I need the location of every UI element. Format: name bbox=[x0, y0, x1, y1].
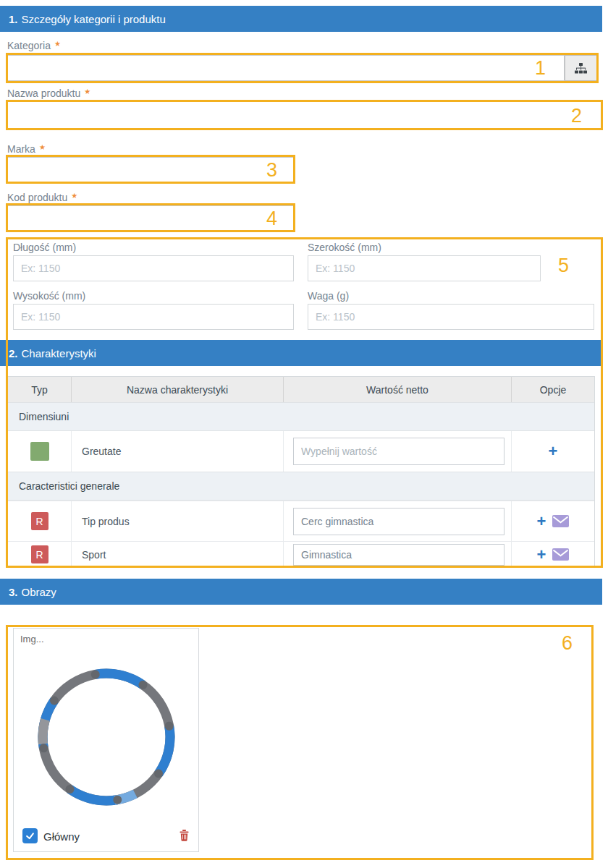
section-title: Obrazy bbox=[22, 586, 56, 598]
section-header-2: 2. Charakterystyki bbox=[0, 340, 602, 366]
add-value-icon[interactable]: + bbox=[537, 514, 546, 529]
main-image-checkbox-label: Główny bbox=[43, 830, 80, 843]
value-cell bbox=[284, 501, 512, 541]
marka-input[interactable] bbox=[7, 157, 294, 182]
check-icon bbox=[25, 830, 35, 841]
type-cell: R bbox=[8, 501, 72, 541]
nazwa-produktu-label: Nazwa produktu★ bbox=[7, 88, 90, 99]
value-cell bbox=[284, 542, 512, 567]
restricted-type-badge: R bbox=[31, 545, 48, 563]
table-header-row: Typ Nazwa charakterystyki Wartość netto … bbox=[8, 377, 594, 402]
category-tree-button[interactable] bbox=[565, 55, 597, 81]
required-star-icon: ★ bbox=[39, 143, 46, 151]
column-header-opcje: Opcje bbox=[512, 377, 594, 402]
characteristic-name: Tip produs bbox=[72, 501, 284, 541]
kod-produktu-input[interactable] bbox=[7, 205, 294, 231]
options-cell: + bbox=[512, 431, 594, 472]
image-card: Img... Główny bbox=[13, 628, 199, 852]
table-row: Greutate + bbox=[8, 431, 594, 472]
kategoria-label: Kategoria★ bbox=[7, 40, 61, 51]
options-cell: + bbox=[512, 542, 594, 567]
envelope-icon[interactable] bbox=[552, 515, 569, 527]
wysokosc-label: Wysokość (mm) bbox=[13, 290, 85, 302]
main-image-checkbox[interactable] bbox=[22, 828, 38, 843]
table-row: R Sport + bbox=[8, 541, 594, 567]
value-cell bbox=[284, 431, 512, 472]
characteristic-name: Greutate bbox=[72, 431, 284, 472]
section-title: Charakterystyki bbox=[22, 347, 96, 359]
required-star-icon: ★ bbox=[54, 40, 61, 48]
kategoria-input[interactable] bbox=[7, 55, 565, 81]
column-header-typ: Typ bbox=[8, 377, 72, 402]
sport-value-input[interactable] bbox=[293, 544, 504, 566]
required-star-icon: ★ bbox=[84, 88, 90, 95]
column-header-wartosc: Wartość netto bbox=[284, 377, 512, 402]
group-row-dimensiuni: Dimensiuni bbox=[8, 402, 594, 431]
envelope-icon[interactable] bbox=[552, 548, 569, 561]
kod-produktu-label: Kod produktu★ bbox=[7, 192, 77, 203]
type-cell bbox=[8, 431, 72, 472]
section-number: 2. bbox=[9, 347, 18, 359]
marka-label: Marka★ bbox=[7, 143, 46, 155]
group-row-caracteristici-generale: Caracteristici generale bbox=[8, 472, 594, 501]
restricted-type-badge: R bbox=[31, 512, 48, 530]
szerokosc-input[interactable] bbox=[308, 255, 541, 281]
section-header-1: 1. Szczegóły kategorii i produktu bbox=[0, 6, 602, 32]
delete-image-button[interactable] bbox=[180, 830, 189, 841]
type-cell: R bbox=[8, 542, 72, 567]
waga-input[interactable] bbox=[308, 304, 594, 330]
options-cell: + bbox=[512, 501, 594, 541]
column-header-nazwa: Nazwa charakterystyki bbox=[72, 377, 284, 402]
image-card-footer: Główny bbox=[14, 822, 198, 851]
annotation-number: 6 bbox=[562, 633, 573, 655]
tip-produs-value-input[interactable] bbox=[293, 508, 504, 535]
filled-type-icon bbox=[30, 442, 49, 461]
wysokosc-input[interactable] bbox=[13, 304, 294, 330]
section-title: Szczegóły kategorii i produktu bbox=[22, 13, 166, 25]
add-value-icon[interactable]: + bbox=[549, 443, 558, 459]
waga-label: Waga (g) bbox=[308, 290, 349, 302]
section-header-3: 3. Obrazy bbox=[0, 579, 602, 605]
table-row: R Tip produs + bbox=[8, 501, 594, 541]
image-card-label: Img... bbox=[20, 634, 44, 644]
characteristics-table: Typ Nazwa charakterystyki Wartość netto … bbox=[7, 376, 595, 568]
dlugosc-input[interactable] bbox=[13, 255, 294, 281]
add-value-icon[interactable]: + bbox=[537, 547, 546, 563]
sitemap-icon bbox=[575, 63, 587, 74]
trash-icon bbox=[180, 830, 189, 841]
nazwa-produktu-input[interactable] bbox=[7, 101, 601, 129]
annotation-number: 5 bbox=[558, 255, 569, 277]
required-star-icon: ★ bbox=[71, 192, 77, 200]
greutate-value-input[interactable] bbox=[293, 438, 504, 465]
dlugosc-label: Długość (mm) bbox=[13, 242, 76, 253]
section-number: 3. bbox=[9, 586, 18, 598]
hula-hoop-product-image bbox=[34, 665, 179, 809]
szerokosc-label: Szerokość (mm) bbox=[308, 242, 381, 253]
characteristic-name: Sport bbox=[72, 542, 284, 567]
section-number: 1. bbox=[9, 13, 18, 25]
